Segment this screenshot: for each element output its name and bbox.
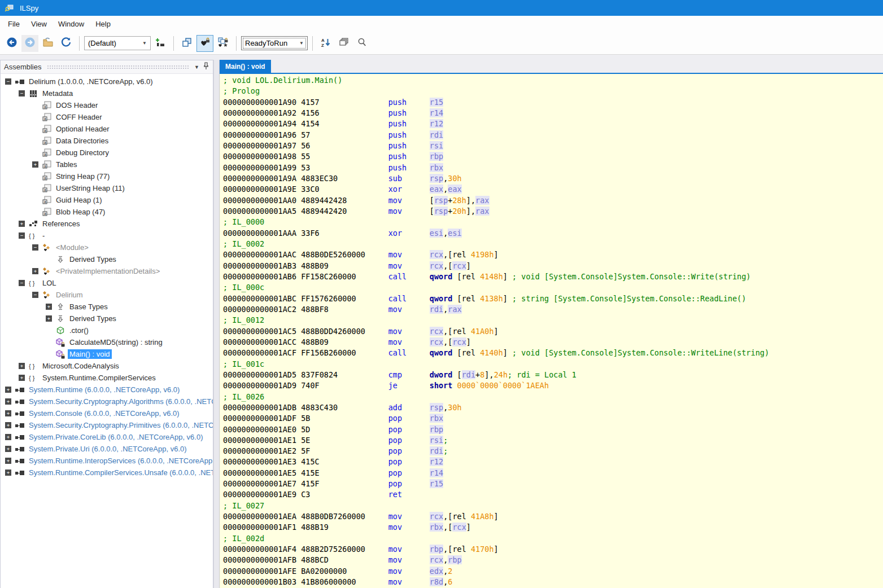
expand-expander-icon[interactable]: + xyxy=(5,446,11,452)
menu-item-view[interactable]: View xyxy=(25,17,53,31)
tree-item-microsoft-codeanalysis[interactable]: +{ }Microsoft.CodeAnalysis xyxy=(1,360,213,372)
asm-punct: [ xyxy=(430,196,434,205)
tree-item-system-console-6-0-0-0-netcoreapp-v6-0[interactable]: +System.Console (6.0.0.0, .NETCoreApp, v… xyxy=(1,407,213,419)
expand-expander-icon[interactable]: + xyxy=(19,363,25,369)
refresh-button[interactable] xyxy=(58,35,75,52)
pin-icon[interactable] xyxy=(203,62,209,72)
search-button[interactable] xyxy=(353,35,370,52)
expand-expander-icon[interactable]: + xyxy=(5,434,11,440)
assemblies-panel-title: Assemblies xyxy=(4,63,41,71)
tree-item-system-private-uri-6-0-0-0-netcoreapp-v6[interactable]: +System.Private.Uri (6.0.0.0, .NETCoreAp… xyxy=(1,443,213,455)
asm-address: 0000000000001AD5 xyxy=(223,370,296,379)
forward-button[interactable] xyxy=(21,35,38,52)
expand-expander-icon[interactable]: + xyxy=(32,161,38,168)
asm-register: rcx xyxy=(430,555,443,564)
tree-item-base-types[interactable]: +Base Types xyxy=(1,301,213,313)
tree-item-guid-heap-1[interactable]: aGuid Heap (1) xyxy=(1,194,213,206)
tree-item-tables[interactable]: +aTables xyxy=(1,159,213,170)
expand-expander-icon[interactable]: + xyxy=(5,422,11,428)
panel-grip[interactable] xyxy=(47,65,189,69)
asm-register: rbx xyxy=(430,163,443,172)
asm-comment: ; Prolog xyxy=(223,86,260,95)
asm-mnemonic: mov xyxy=(388,261,430,270)
expand-expander-icon[interactable]: + xyxy=(5,458,11,464)
collapse-expander-icon[interactable]: − xyxy=(32,244,38,251)
overlapping-windows-button[interactable] xyxy=(178,35,195,52)
asm-punct xyxy=(296,425,301,434)
expand-expander-icon[interactable]: + xyxy=(19,221,25,227)
tree-item-main-void[interactable]: Main() : void xyxy=(1,348,213,360)
expand-expander-icon[interactable]: + xyxy=(5,387,11,393)
tree-item-system-security-cryptography-primitives-[interactable]: +System.Security.Cryptography.Primitives… xyxy=(1,419,213,431)
assemblies-tree[interactable]: −Delirium (1.0.0.0, .NETCoreApp, v6.0)−M… xyxy=(1,74,213,588)
asm-address: 0000000000001AE7 xyxy=(223,479,296,488)
tree-item-string-heap-77[interactable]: aString Heap (77) xyxy=(1,170,213,182)
asm-line: 0000000000001B03 41B806000000 mov r8d,6 xyxy=(223,577,883,587)
collapse-expander-icon[interactable]: − xyxy=(19,90,25,96)
tree-item-references[interactable]: +References xyxy=(1,218,213,230)
sort-az-button[interactable]: AZ xyxy=(317,35,334,52)
collapse-expander-icon[interactable]: − xyxy=(5,78,11,85)
tree-item-system-private-corelib-6-0-0-0-netcoreap[interactable]: +System.Private.CoreLib (6.0.0.0, .NETCo… xyxy=(1,431,213,443)
panel-splitter[interactable] xyxy=(213,60,220,588)
open-file-button[interactable] xyxy=(40,35,56,52)
expand-expander-icon[interactable]: + xyxy=(5,410,11,416)
tree-item-calculatemd5-string-string[interactable]: CalculateMD5(string) : string xyxy=(1,336,213,348)
panel-menu-caret-icon[interactable]: ▼ xyxy=(194,64,199,70)
tree-item-data-directories[interactable]: aData Directories xyxy=(1,135,213,147)
asm-address: 0000000000001AE3 xyxy=(223,457,296,466)
asm-comment: ; void [System.Console]System.Console::W… xyxy=(512,272,751,281)
tree-item-module[interactable]: −<Module> xyxy=(1,242,213,253)
collapse-expander-icon[interactable]: − xyxy=(19,280,25,286)
tree-item-system-security-cryptography-algorithms-[interactable]: +System.Security.Cryptography.Algorithms… xyxy=(1,396,213,407)
tree-item-system-runtime-interopservices-6-0-0-0-n[interactable]: +System.Runtime.InteropServices (6.0.0.0… xyxy=(1,455,213,467)
expand-expander-icon[interactable]: + xyxy=(5,469,11,476)
add-assembly-list-button[interactable] xyxy=(152,35,169,52)
tree-item-userstring-heap-11[interactable]: aUserString Heap (11) xyxy=(1,182,213,194)
tree-item-derived-types[interactable]: +Derived Types xyxy=(1,313,213,324)
collapse-expander-icon[interactable]: − xyxy=(32,292,38,298)
tree-item-label: - xyxy=(41,231,46,240)
tree-item-[interactable]: −{ }- xyxy=(1,230,213,242)
code-view[interactable]: ; void LOL.Delirium.Main(); Prolog000000… xyxy=(220,74,883,588)
menu-item-file[interactable]: File xyxy=(2,17,25,31)
tree-item-system-runtime-compilerservices-unsafe-6[interactable]: +System.Runtime.CompilerServices.Unsafe … xyxy=(1,467,213,479)
page-icon: a xyxy=(41,160,53,169)
tree-item-dos-header[interactable]: aDOS Header xyxy=(1,99,213,111)
tree-item-optional-header[interactable]: aOptional Header xyxy=(1,123,213,135)
api-visibility-button[interactable] xyxy=(215,35,231,52)
tree-item-system-runtime-compilerservices[interactable]: +{ }System.Runtime.CompilerServices xyxy=(1,372,213,384)
tree-item-label: Derived Types xyxy=(68,314,118,323)
tree-item-privateimplementationdetails[interactable]: +<PrivateImplementationDetails> xyxy=(1,265,213,277)
tree-item-label: Main() : void xyxy=(68,349,112,359)
expand-expander-icon[interactable]: + xyxy=(46,304,52,310)
flavor-combobox[interactable]: ReadyToRun ▼ xyxy=(241,36,308,50)
tree-item-coff-header[interactable]: aCOFF Header xyxy=(1,111,213,123)
tree-item-derived-types[interactable]: Derived Types xyxy=(1,253,213,265)
stacked-windows-button[interactable] xyxy=(335,35,352,52)
assembly-list-combobox[interactable]: (Default) ▼ xyxy=(84,36,151,50)
asm-punct: ,[ xyxy=(443,337,452,346)
tree-item-blob-heap-47[interactable]: aBlob Heap (47) xyxy=(1,206,213,218)
tree-item-ctor[interactable]: .ctor() xyxy=(1,324,213,336)
assembly-icon xyxy=(14,469,25,477)
menu-item-help[interactable]: Help xyxy=(90,17,116,31)
tree-item-delirium[interactable]: −Delirium xyxy=(1,289,213,301)
asm-punct: ], xyxy=(466,207,475,216)
public-only-toggle-button[interactable] xyxy=(196,35,213,52)
tree-item-metadata[interactable]: −Metadata xyxy=(1,87,213,99)
expand-expander-icon[interactable]: + xyxy=(19,375,25,381)
back-button[interactable] xyxy=(3,35,20,52)
tree-item-delirium-1-0-0-0-netcoreapp-v6-0[interactable]: −Delirium (1.0.0.0, .NETCoreApp, v6.0) xyxy=(1,76,213,87)
menu-item-window[interactable]: Window xyxy=(53,17,90,31)
tree-item-debug-directory[interactable]: aDebug Directory xyxy=(1,147,213,159)
expand-expander-icon[interactable]: + xyxy=(46,315,52,322)
tree-item-system-runtime-6-0-0-0-netcoreapp-v6-0[interactable]: +System.Runtime (6.0.0.0, .NETCoreApp, v… xyxy=(1,384,213,396)
asm-line: 0000000000001AD5 837F0824 cmp dword [rdi… xyxy=(223,370,883,380)
expand-expander-icon[interactable]: + xyxy=(5,398,11,405)
tree-item-lol[interactable]: −{ }LOL xyxy=(1,277,213,289)
expand-expander-icon[interactable]: + xyxy=(32,268,38,274)
assemblies-panel-header: Assemblies ▼ xyxy=(1,60,213,74)
tab-main-void[interactable]: Main() : void xyxy=(220,60,271,73)
collapse-expander-icon[interactable]: − xyxy=(19,232,25,239)
